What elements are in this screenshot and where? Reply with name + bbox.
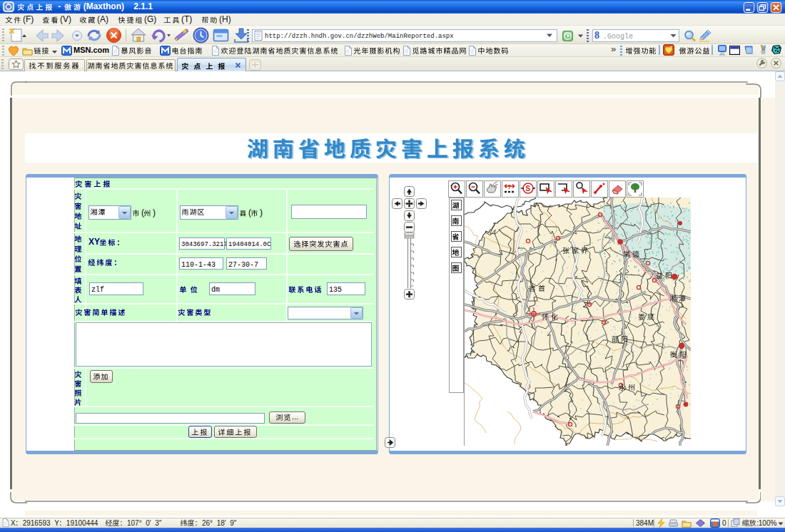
svg-text:(H): (H) <box>219 14 231 24</box>
svg-text:MSN.com: MSN.com <box>74 46 109 54</box>
svg-text:(A): (A) <box>97 14 108 24</box>
svg-text:18′: 18′ <box>217 519 226 527</box>
svg-text:(F): (F) <box>23 14 34 24</box>
svg-text:-: - <box>58 1 61 11</box>
svg-text:zlf: zlf <box>91 286 104 294</box>
svg-text:107°: 107° <box>127 519 142 527</box>
svg-text:X: X <box>11 519 16 527</box>
svg-text:http://dzzh.hndh.gov.cn/dzzhWe: http://dzzh.hndh.gov.cn/dzzhWeb/MainRepo… <box>265 33 454 40</box>
svg-text:(Maxthon): (Maxthon) <box>83 1 124 11</box>
svg-text:19100444: 19100444 <box>66 519 98 527</box>
svg-text:384M: 384M <box>636 519 654 527</box>
svg-text:...: ... <box>292 412 298 421</box>
svg-text:27-30-7: 27-30-7 <box>228 260 258 268</box>
svg-text:?: ? <box>507 183 512 190</box>
svg-text:3″: 3″ <box>155 519 162 527</box>
svg-text:0: 0 <box>722 519 726 527</box>
svg-text:0′: 0′ <box>146 519 151 527</box>
svg-text::100%: :100% <box>756 519 776 527</box>
svg-text:9″: 9″ <box>230 519 237 527</box>
svg-text:135: 135 <box>329 286 342 294</box>
svg-text:.Google: .Google <box>603 33 633 41</box>
svg-text:3043697.3217: 3043697.3217 <box>181 241 228 248</box>
svg-text:XY: XY <box>88 237 100 247</box>
svg-text:19404014.0C: 19404014.0C <box>228 241 271 248</box>
svg-text:(: ( <box>141 208 144 218</box>
svg-text:2.1.1: 2.1.1 <box>133 1 153 11</box>
svg-text:(G): (G) <box>144 14 156 24</box>
svg-text:»: » <box>611 44 616 54</box>
svg-text:26°: 26° <box>202 519 213 527</box>
svg-text:): ) <box>153 208 156 218</box>
svg-text:(: ( <box>248 208 251 218</box>
svg-text:): ) <box>260 208 263 218</box>
svg-text:S: S <box>526 185 531 193</box>
svg-text:Y: Y <box>54 519 59 527</box>
svg-text:(V): (V) <box>60 14 71 24</box>
svg-text:2916593: 2916593 <box>23 519 51 527</box>
svg-text:(T): (T) <box>181 14 192 24</box>
svg-text:110-1-43: 110-1-43 <box>181 260 216 268</box>
svg-text:dm: dm <box>211 286 220 294</box>
